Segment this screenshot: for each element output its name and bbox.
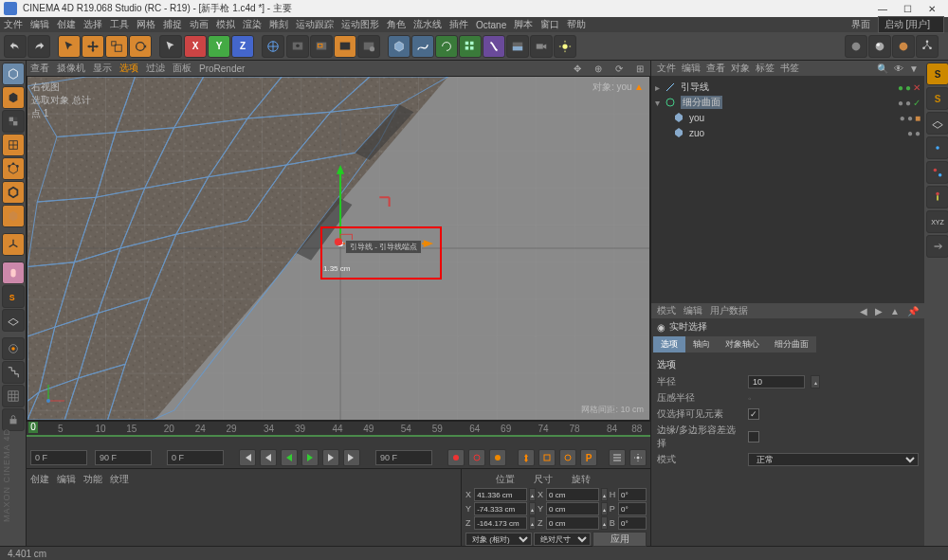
frame-start[interactable] bbox=[30, 450, 87, 465]
edge-snap[interactable] bbox=[926, 161, 948, 184]
step-fwd-button[interactable] bbox=[322, 449, 339, 466]
radius-input[interactable] bbox=[748, 375, 805, 388]
mat-tab[interactable]: 功能 bbox=[83, 473, 102, 486]
minimize-button[interactable]: — bbox=[870, 1, 895, 17]
material-ball-icon[interactable] bbox=[868, 35, 891, 58]
object-tree[interactable]: ▸ 引导线 ●●✕ ▾ 细分曲面 ●●✓ you ●●■ bbox=[651, 76, 924, 303]
coord-system[interactable] bbox=[262, 35, 284, 58]
view-tab[interactable]: 查看 bbox=[30, 62, 49, 75]
mat-tab[interactable]: 纹理 bbox=[110, 473, 129, 486]
nav-fwd-icon[interactable]: ▶ bbox=[875, 306, 883, 316]
menu-item[interactable]: 工具 bbox=[110, 18, 129, 31]
select-tool[interactable] bbox=[58, 35, 81, 58]
snap-s2-button[interactable]: S bbox=[926, 87, 948, 110]
scale-key[interactable] bbox=[538, 449, 556, 466]
spinner[interactable]: ▴ bbox=[811, 375, 820, 388]
size-x-input[interactable] bbox=[546, 488, 599, 501]
grid-icon[interactable] bbox=[2, 385, 25, 407]
xyz-label[interactable]: XYZ bbox=[926, 210, 948, 233]
pin-icon[interactable]: 📌 bbox=[907, 306, 919, 316]
nav-back-icon[interactable]: ◀ bbox=[860, 306, 867, 316]
add-light[interactable] bbox=[554, 35, 576, 58]
keysel-button[interactable] bbox=[489, 449, 506, 466]
attr-tab[interactable]: 轴向 bbox=[685, 336, 718, 352]
view-tab[interactable]: 摄像机 bbox=[57, 62, 85, 75]
render-picture[interactable] bbox=[334, 35, 356, 58]
obj-menu[interactable]: 标签 bbox=[756, 62, 775, 75]
mat-tab[interactable]: 编辑 bbox=[57, 473, 76, 486]
edge-tolerance-checkbox[interactable] bbox=[748, 431, 759, 443]
goto-end-button[interactable] bbox=[343, 449, 360, 466]
obj-menu[interactable]: 文件 bbox=[657, 62, 676, 75]
spinner[interactable]: ▴ bbox=[529, 516, 536, 530]
add-array[interactable] bbox=[459, 35, 482, 58]
expand-icon[interactable]: ▸ bbox=[655, 82, 660, 93]
workplane-tool[interactable] bbox=[926, 112, 948, 135]
search-icon[interactable]: 🔍 bbox=[877, 63, 888, 74]
view-tab[interactable]: ProRender bbox=[199, 63, 245, 74]
attr-menu[interactable]: 编辑 bbox=[684, 304, 702, 317]
snap-toggle[interactable]: S bbox=[2, 285, 25, 308]
snap-s-button[interactable]: S bbox=[926, 63, 948, 85]
step-back-button[interactable] bbox=[260, 449, 277, 466]
y-axis-button[interactable]: Y bbox=[208, 35, 230, 58]
arrow-icon[interactable] bbox=[926, 235, 948, 258]
soft-select[interactable] bbox=[2, 337, 25, 360]
layout-select[interactable]: 启动 [用户] bbox=[878, 16, 944, 33]
workplane[interactable] bbox=[2, 309, 25, 332]
orbit-icon[interactable]: ⟳ bbox=[612, 62, 626, 75]
size-z-input[interactable] bbox=[546, 516, 599, 530]
eye-icon[interactable]: 👁 bbox=[894, 63, 903, 74]
render-view[interactable] bbox=[286, 35, 309, 58]
frame-end2[interactable] bbox=[375, 450, 432, 465]
z-axis-button[interactable]: Z bbox=[231, 35, 254, 58]
menu-item[interactable]: 角色 bbox=[387, 18, 406, 31]
frame-end[interactable] bbox=[95, 450, 152, 465]
undo-button[interactable] bbox=[4, 35, 27, 58]
menu-item[interactable]: Octane bbox=[476, 20, 506, 30]
tool-mouse[interactable] bbox=[2, 262, 25, 284]
rot-key[interactable] bbox=[559, 449, 576, 466]
menu-item[interactable]: 模拟 bbox=[216, 18, 235, 31]
vertex-snap[interactable] bbox=[926, 136, 948, 159]
record-button[interactable] bbox=[447, 449, 465, 466]
spinner[interactable]: ▴ bbox=[601, 516, 608, 530]
obj-menu[interactable]: 对象 bbox=[731, 62, 750, 75]
pos-x-input[interactable] bbox=[474, 488, 527, 501]
recent-tool[interactable] bbox=[159, 35, 182, 58]
menu-item[interactable]: 网格 bbox=[137, 18, 155, 31]
menu-item[interactable]: 动画 bbox=[190, 18, 209, 31]
menu-item[interactable]: 创建 bbox=[57, 18, 76, 31]
goto-start-button[interactable] bbox=[239, 449, 256, 466]
attr-menu[interactable]: 用户数据 bbox=[710, 304, 748, 317]
move-tool[interactable] bbox=[82, 35, 104, 58]
expand-icon[interactable]: ▾ bbox=[655, 98, 660, 108]
size-y-input[interactable] bbox=[546, 502, 599, 515]
redo-button[interactable] bbox=[27, 35, 50, 58]
quantize[interactable] bbox=[2, 361, 25, 384]
add-cube[interactable] bbox=[388, 35, 410, 58]
axis-mode[interactable] bbox=[2, 233, 25, 256]
edge-mode[interactable] bbox=[2, 181, 25, 204]
model-mode[interactable] bbox=[2, 86, 25, 109]
rot-b-input[interactable] bbox=[618, 516, 647, 530]
spinner[interactable]: ▴ bbox=[529, 502, 536, 515]
menu-item[interactable]: 流水线 bbox=[413, 18, 442, 31]
maximize-button[interactable]: ☐ bbox=[895, 1, 920, 17]
menu-item[interactable]: 插件 bbox=[449, 18, 468, 31]
coord-scale-select[interactable]: 绝对尺寸 bbox=[534, 533, 591, 546]
param-key[interactable]: P bbox=[580, 449, 597, 466]
pos-z-input[interactable] bbox=[474, 516, 527, 530]
attr-tab[interactable]: 对象轴心 bbox=[718, 336, 767, 352]
menu-item[interactable]: 文件 bbox=[4, 18, 23, 31]
frame-current[interactable] bbox=[167, 450, 224, 465]
pos-key[interactable] bbox=[518, 449, 535, 466]
play-back-button[interactable] bbox=[281, 449, 298, 466]
attr-menu[interactable]: 模式 bbox=[657, 304, 676, 317]
material-icon[interactable] bbox=[892, 35, 915, 58]
scale-tool[interactable] bbox=[105, 35, 128, 58]
view-tab[interactable]: 选项 bbox=[119, 62, 138, 75]
attr-tab[interactable]: 选项 bbox=[653, 336, 685, 352]
pan-icon[interactable]: ✥ bbox=[571, 62, 584, 75]
menu-item[interactable]: 雕刻 bbox=[269, 18, 288, 31]
